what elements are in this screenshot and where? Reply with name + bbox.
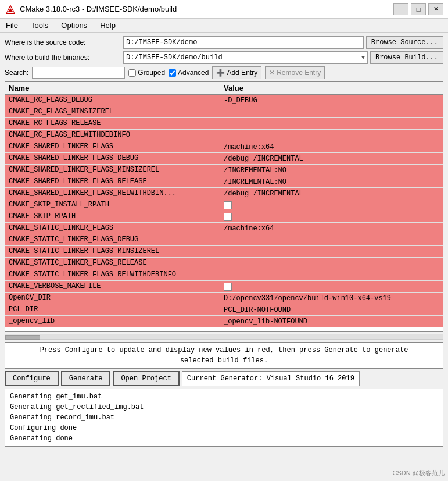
row-value-cell[interactable] [220,211,443,222]
configure-button[interactable]: Configure [5,371,59,386]
toolbar-row: Search: Grouped Advanced ➕ Add Entry ✕ R… [5,66,443,79]
log-line: Configuring done [10,423,438,433]
status-line-2: selected build files. [10,355,438,366]
horizontal-scrollbar[interactable] [5,334,443,340]
row-value-cell: _opencv_lib-NOTFOUND [220,316,443,327]
row-name-cell: CMAKE_STATIC_LINKER_FLAGS_RELWITHDEBINFO [5,269,220,280]
remove-entry-button[interactable]: ✕ Remove Entry [265,66,325,79]
title-bar-controls: – □ ✕ [393,3,443,15]
row-value-cell[interactable] [220,281,443,292]
row-checkbox[interactable] [224,213,232,221]
table-body: CMAKE_RC_FLAGS_DEBUG-D_DEBUGCMAKE_RC_FLA… [5,95,443,327]
log-lines: Generating get_imu.batGenerating get_rec… [10,391,438,444]
row-name-cell: CMAKE_RC_FLAGS_MINSIZEREL [5,106,220,117]
add-entry-button[interactable]: ➕ Add Entry [212,66,261,79]
browse-build-button[interactable]: Browse Build... [370,51,443,64]
grouped-checkbox-group[interactable]: Grouped [128,69,165,77]
row-value-cell: /debug /INCREMENTAL [220,188,443,199]
table-row[interactable]: CMAKE_STATIC_LINKER_FLAGS_RELEASE [5,258,443,269]
menu-file[interactable]: File [3,21,20,30]
log-line: Generating get_rectified_img.bat [10,402,438,412]
status-line-1: Press Configure to update and display ne… [10,345,438,355]
row-value-cell: /debug /INCREMENTAL [220,153,443,164]
row-name-cell: CMAKE_STATIC_LINKER_FLAGS_DEBUG [5,234,220,245]
row-name-cell: CMAKE_STATIC_LINKER_FLAGS [5,223,220,234]
remove-entry-x-icon: ✕ [269,69,275,77]
grouped-checkbox[interactable] [128,69,136,77]
maximize-button[interactable]: □ [411,3,426,15]
status-bar: Press Configure to update and display ne… [5,342,443,369]
minimize-button[interactable]: – [393,3,408,15]
window-wrapper: CMake 3.18.0-rc3 - D:/IMSEE-SDK/demo/bui… [0,0,448,481]
horizontal-scrollbar-thumb[interactable] [5,335,40,340]
row-value-cell [220,118,443,129]
watermark: CSDN @极客范儿 [393,469,445,478]
close-button[interactable]: ✕ [428,3,443,15]
menu-help[interactable]: Help [98,21,118,30]
table-row[interactable]: CMAKE_STATIC_LINKER_FLAGS_MINSIZEREL [5,246,443,258]
row-name-cell: OpenCV_DIR [5,293,220,304]
header-value: Value [220,82,443,94]
build-path-row: Where to build the binaries: D:/IMSEE-SD… [5,51,443,64]
row-value-cell [220,269,443,280]
row-value-cell [220,246,443,257]
row-name-cell: CMAKE_RC_FLAGS_RELEASE [5,118,220,129]
row-name-cell: CMAKE_SHARED_LINKER_FLAGS_DEBUG [5,153,220,164]
row-name-cell: CMAKE_RC_FLAGS_DEBUG [5,95,220,106]
search-label: Search: [5,69,28,77]
menu-bar: File Tools Options Help [0,19,448,33]
table-row[interactable]: CMAKE_STATIC_LINKER_FLAGS/machine:x64 [5,223,443,234]
table-row[interactable]: OpenCV_DIRD:/opencv331/opencv/build-win1… [5,293,443,304]
table-row[interactable]: CMAKE_SHARED_LINKER_FLAGS_DEBUG/debug /I… [5,153,443,165]
build-path-combo[interactable]: D:/IMSEE-SDK/demo/build ▼ [123,51,368,64]
row-value-cell: PCL_DIR-NOTFOUND [220,304,443,315]
combo-arrow-icon: ▼ [361,55,365,61]
row-value-cell: /INCREMENTAL:NO [220,165,443,176]
source-input[interactable] [123,36,364,49]
row-value-cell [220,234,443,245]
row-name-cell: CMAKE_RC_FLAGS_RELWITHDEBINFO [5,130,220,141]
row-checkbox[interactable] [224,283,232,291]
table-row[interactable]: CMAKE_RC_FLAGS_RELEASE [5,118,443,130]
row-name-cell: CMAKE_STATIC_LINKER_FLAGS_RELEASE [5,258,220,269]
add-entry-label: Add Entry [227,69,257,77]
table-row[interactable]: CMAKE_SKIP_RPATH [5,211,443,223]
search-input[interactable] [32,67,125,79]
log-line: Generating get_imu.bat [10,391,438,402]
menu-options[interactable]: Options [59,21,89,30]
table-row[interactable]: CMAKE_STATIC_LINKER_FLAGS_DEBUG [5,234,443,246]
log-line: Generating record_imu.bat [10,412,438,423]
table-header: Name Value [5,82,443,95]
row-value-cell [220,106,443,117]
title-bar-text: CMake 3.18.0-rc3 - D:/IMSEE-SDK/demo/bui… [20,5,390,13]
row-name-cell: CMAKE_SHARED_LINKER_FLAGS_RELWITHDBIN... [5,188,220,199]
table-row[interactable]: CMAKE_RC_FLAGS_MINSIZEREL [5,106,443,118]
table-row[interactable]: _opencv_lib_opencv_lib-NOTFOUND [5,316,443,327]
menu-tools[interactable]: Tools [28,21,51,30]
header-name: Name [5,82,220,94]
table-row[interactable]: CMAKE_VERBOSE_MAKEFILE [5,281,443,293]
generate-button[interactable]: Generate [61,371,111,386]
button-bar: Configure Generate Open Project Current … [5,371,443,386]
table-row[interactable]: CMAKE_RC_FLAGS_DEBUG-D_DEBUG [5,95,443,106]
row-value-cell [220,258,443,269]
add-entry-plus-icon: ➕ [216,69,225,77]
table-row[interactable]: CMAKE_SKIP_INSTALL_RPATH [5,199,443,211]
row-checkbox[interactable] [224,201,232,209]
browse-source-button[interactable]: Browse Source... [366,36,443,49]
source-path-row: Where is the source code: Browse Source.… [5,36,443,49]
table-row[interactable]: CMAKE_STATIC_LINKER_FLAGS_RELWITHDEBINFO [5,269,443,281]
open-project-button[interactable]: Open Project [113,371,179,386]
row-value-cell[interactable] [220,199,443,211]
advanced-checkbox-group[interactable]: Advanced [169,69,209,77]
table-row[interactable]: CMAKE_SHARED_LINKER_FLAGS_MINSIZEREL/INC… [5,165,443,176]
table-row[interactable]: CMAKE_SHARED_LINKER_FLAGS_RELWITHDBIN...… [5,188,443,199]
table-row[interactable]: CMAKE_RC_FLAGS_RELWITHDEBINFO [5,130,443,141]
grouped-label: Grouped [138,69,165,77]
log-area: Generating get_imu.batGenerating get_rec… [5,389,443,447]
advanced-checkbox[interactable] [169,69,176,77]
table-row[interactable]: CMAKE_SHARED_LINKER_FLAGS_RELEASE/INCREM… [5,176,443,188]
table-row[interactable]: CMAKE_SHARED_LINKER_FLAGS/machine:x64 [5,141,443,153]
row-name-cell: CMAKE_SKIP_RPATH [5,211,220,222]
table-row[interactable]: PCL_DIRPCL_DIR-NOTFOUND [5,304,443,316]
